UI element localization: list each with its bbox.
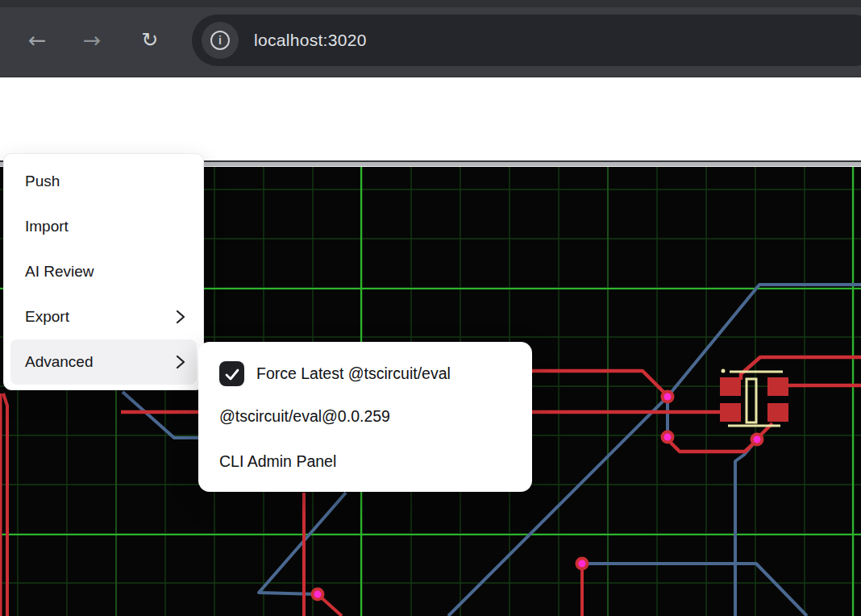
file-menu: Push Import AI Review Export Advanced <box>3 153 204 390</box>
url-bar[interactable]: i localhost:3020 <box>192 15 861 66</box>
url-text[interactable]: localhost:3020 <box>254 15 367 66</box>
menu-item-label: AI Review <box>25 263 185 281</box>
menu-item-label: Import <box>25 218 185 235</box>
submenu-item-cli-admin-panel[interactable]: CLI Admin Panel <box>219 452 336 471</box>
submenu-item-force-latest[interactable]: Force Latest @tscircuit/eval <box>219 361 451 386</box>
info-icon: i <box>210 31 230 50</box>
submenu-item-label: Force Latest @tscircuit/eval <box>256 364 451 383</box>
submenu-item-eval-version[interactable]: @tscircuit/eval@0.0.259 <box>219 407 390 426</box>
chevron-right-icon <box>176 310 185 324</box>
site-info-button[interactable]: i <box>202 22 239 59</box>
check-icon <box>223 364 242 384</box>
menu-item-import[interactable]: Import <box>4 204 203 249</box>
submenu-item-label: @tscircuit/eval@0.0.259 <box>219 407 390 426</box>
reload-icon[interactable]: ↻ <box>134 0 166 77</box>
chevron-right-icon <box>176 355 185 369</box>
screen: ← → ↻ i localhost:3020 File Push Import … <box>0 0 861 616</box>
menu-item-advanced[interactable]: Advanced <box>10 339 197 385</box>
menu-item-ai-review[interactable]: AI Review <box>4 249 203 294</box>
menu-item-push[interactable]: Push <box>4 159 203 204</box>
menu-item-export[interactable]: Export <box>4 294 203 339</box>
menu-item-label: Push <box>25 173 185 190</box>
advanced-submenu: Force Latest @tscircuit/eval @tscircuit/… <box>198 342 532 492</box>
browser-toolbar: ← → ↻ i localhost:3020 <box>0 0 861 77</box>
back-icon[interactable]: ← <box>21 0 53 77</box>
menu-item-label: Advanced <box>25 353 176 371</box>
checkbox-checked[interactable] <box>219 361 244 386</box>
menu-item-label: Export <box>25 308 176 326</box>
tab-strip <box>0 0 861 7</box>
submenu-item-label: CLI Admin Panel <box>219 452 336 471</box>
forward-icon[interactable]: → <box>76 0 108 77</box>
